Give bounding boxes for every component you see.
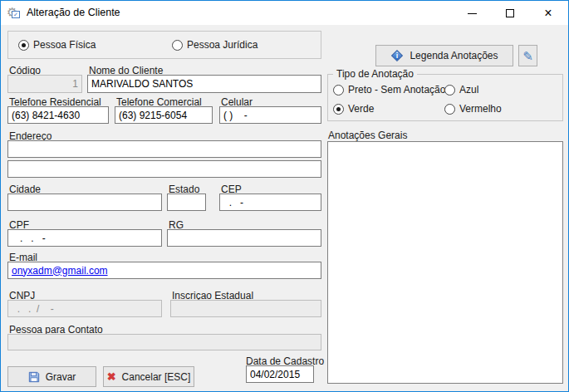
radio-label: Pessoa Física [33, 39, 96, 51]
estado-field[interactable] [167, 194, 206, 211]
legenda-label: Legenda Anotações [410, 50, 498, 61]
edit-legend-button[interactable]: ✎ [518, 45, 537, 66]
tel-residencial-field[interactable] [7, 106, 109, 124]
rg-field[interactable] [167, 229, 321, 247]
gravar-label: Gravar [46, 371, 76, 383]
radio-label: Pessoa Jurídica [187, 39, 258, 51]
radio-icon [444, 104, 455, 115]
maximize-button[interactable] [491, 2, 529, 25]
radio-icon [333, 104, 344, 115]
radio-label: Preto - Sem Anotação [348, 84, 445, 96]
inscricao-field [170, 300, 321, 317]
anotacoes-gerais-field[interactable] [327, 141, 563, 384]
cidade-field[interactable] [7, 194, 162, 211]
radio-icon [18, 40, 29, 51]
window-title: Alteração de Cliente [27, 1, 120, 25]
save-floppy-icon [28, 371, 40, 383]
radio-label: Azul [459, 84, 478, 96]
radio-icon [444, 85, 455, 96]
radio-label: Vermelho [459, 103, 502, 115]
cancel-x-icon: ✖ [107, 371, 116, 382]
cnpj-field [7, 300, 162, 317]
endereco-field-2[interactable] [7, 160, 321, 178]
legenda-anotacoes-button[interactable]: Legenda Anotações [375, 45, 513, 66]
tel-comercial-field[interactable] [115, 106, 213, 124]
maximize-icon [506, 9, 514, 17]
close-button[interactable]: × [529, 2, 567, 25]
minimize-icon [468, 13, 477, 14]
anotacoes-gerais-label: Anotações Gerais [328, 130, 407, 141]
radio-preto-sem-anotacao[interactable]: Preto - Sem Anotação [333, 84, 445, 96]
pencil-icon: ✎ [522, 50, 533, 62]
cep-field[interactable] [219, 194, 321, 211]
contato-field [7, 334, 321, 350]
data-cadastro-field[interactable] [246, 365, 314, 383]
check-badge-icon: ✓ [12, 11, 20, 18]
radio-verde[interactable]: Verde [333, 103, 374, 115]
cpf-field[interactable] [7, 229, 162, 247]
celular-field[interactable] [219, 106, 321, 124]
app-icon: ⚙ ✓ [7, 5, 22, 20]
titlebar[interactable]: ⚙ ✓ Alteração de Cliente × [1, 1, 568, 25]
tipo-anotacao-label: Tipo de Anotação [333, 68, 417, 80]
radio-vermelho[interactable]: Vermelho [444, 103, 502, 115]
radio-pessoa-juridica[interactable]: Pessoa Jurídica [172, 39, 258, 51]
minimize-button[interactable] [453, 2, 491, 25]
radio-pessoa-fisica[interactable]: Pessoa Física [18, 39, 96, 51]
nome-field[interactable] [87, 75, 321, 93]
info-icon [391, 50, 403, 61]
radio-label: Verde [348, 103, 374, 115]
person-type-group: Pessoa Física Pessoa Jurídica [7, 31, 321, 59]
codigo-field [7, 75, 82, 93]
dialog-alteracao-de-cliente: ⚙ ✓ Alteração de Cliente × Pessoa Física… [0, 0, 569, 392]
radio-icon [333, 85, 344, 96]
radio-icon [172, 40, 183, 51]
endereco-field-1[interactable] [7, 140, 321, 158]
gravar-button[interactable]: Gravar [7, 366, 96, 387]
email-field[interactable] [7, 262, 321, 279]
radio-azul[interactable]: Azul [444, 84, 478, 96]
cancelar-button[interactable]: ✖ Cancelar [ESC] [103, 366, 194, 387]
cancelar-label: Cancelar [ESC] [122, 371, 191, 383]
close-icon: × [544, 7, 552, 20]
tipo-anotacao-group: Tipo de Anotação Preto - Sem Anotação Az… [327, 74, 563, 121]
